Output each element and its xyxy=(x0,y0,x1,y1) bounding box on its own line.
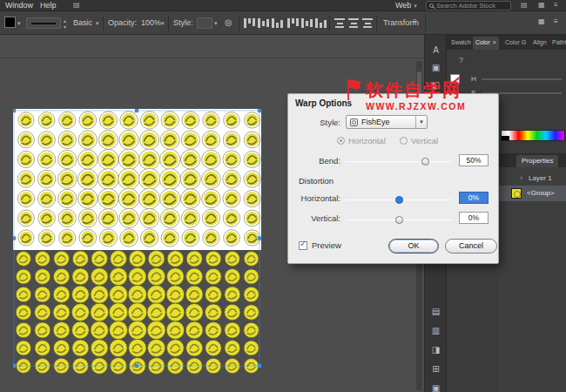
distribute-icon-3[interactable] xyxy=(362,18,373,28)
bend-slider-handle[interactable] xyxy=(421,158,429,166)
vertical-radio-label: Vertical xyxy=(411,136,438,145)
style-caret-icon[interactable]: ▾ xyxy=(214,20,218,27)
warp-options-dialog: Warp Options Style: FishEye ▾ Horizontal… xyxy=(287,93,499,264)
artwork[interactable] xyxy=(13,109,266,377)
properties-tab-row: Properties xyxy=(497,153,566,167)
panel-tab-row: Swatch Color× Color G Align Pathfi xyxy=(447,35,566,50)
chevron-down-icon: ▾ xyxy=(414,3,417,9)
group-name: <Group> xyxy=(527,189,555,197)
distortion-section-label: Distortion xyxy=(299,176,334,186)
layout-icon[interactable]: ▤ xyxy=(521,1,528,9)
ok-button[interactable]: OK xyxy=(388,239,439,253)
hue-slider[interactable] xyxy=(482,78,562,80)
stroke-weight-preview[interactable] xyxy=(26,17,61,29)
stroke-spin-up-icon[interactable]: ▴ xyxy=(64,18,66,24)
horizontal-value-field[interactable]: 0% xyxy=(459,192,489,204)
watermark-flag-icon xyxy=(347,78,362,101)
collapse-panels-icon[interactable]: ≡ xyxy=(554,17,558,25)
stroke-color-swatch[interactable] xyxy=(4,17,16,28)
tab-swatches[interactable]: Swatch xyxy=(448,37,474,50)
divider xyxy=(329,15,330,31)
tab-color[interactable]: Color× xyxy=(473,37,499,50)
horizontal-slider-handle[interactable] xyxy=(395,196,403,204)
asset-export-panel-icon[interactable]: ⊞ xyxy=(425,364,447,374)
swatches-panel-icon[interactable]: ▣ xyxy=(425,63,447,72)
artboards-panel-icon[interactable]: ◨ xyxy=(425,345,447,355)
panels-icon[interactable]: ▦ xyxy=(538,1,545,9)
fisheye-icon xyxy=(350,118,358,126)
tab-properties[interactable]: Properties xyxy=(516,155,558,167)
tab-pathfinder[interactable]: Pathfi xyxy=(549,37,566,50)
group-row-selected[interactable]: <Group> xyxy=(497,186,566,201)
workspace-switcher[interactable]: Web▾ xyxy=(392,0,421,11)
close-tab-icon[interactable]: × xyxy=(493,39,496,45)
select-caret-icon[interactable]: ▾ xyxy=(415,116,427,128)
cancel-button[interactable]: Cancel xyxy=(445,239,497,253)
warp-style-value: FishEye xyxy=(361,118,412,126)
vertical-radio[interactable] xyxy=(400,137,408,145)
align-right-icon[interactable] xyxy=(272,18,283,28)
vertical-slider-handle[interactable] xyxy=(395,216,403,224)
dialog-title: Warp Options xyxy=(295,98,352,108)
divider xyxy=(103,15,104,31)
graphic-style-dropdown[interactable] xyxy=(197,17,212,29)
opacity-label: Opacity: xyxy=(108,18,137,27)
layers-panel-icon[interactable]: ▥ xyxy=(425,326,447,335)
divider xyxy=(376,15,377,31)
options-menu-icon[interactable]: ≡ xyxy=(413,17,417,25)
align-center-icon[interactable] xyxy=(258,18,269,28)
horizontal-distortion-label: Horizontal: xyxy=(288,193,340,203)
canvas-divider xyxy=(0,57,424,58)
control-bar: ▾ ▴ ▾ Basic ▾ Opacity: 100% ▾ Style: ▾ ◎… xyxy=(0,11,566,35)
group-thumbnail xyxy=(511,188,522,199)
character-panel-icon[interactable]: A xyxy=(425,45,447,55)
recolor-artwork-icon[interactable]: ◎ xyxy=(225,17,232,27)
align-left-icon[interactable] xyxy=(244,18,255,28)
tab-color-guide[interactable]: Color G xyxy=(502,37,529,50)
opacity-caret-icon[interactable]: ▾ xyxy=(161,20,165,27)
bend-label: Bend: xyxy=(288,156,340,166)
distribute-icon-2[interactable] xyxy=(348,18,359,28)
horizontal-radio[interactable] xyxy=(337,137,345,145)
horizontal-radio-label: Horizontal xyxy=(348,136,386,145)
app-bar-icon[interactable]: ▤ xyxy=(73,1,80,9)
warp-style-select[interactable]: FishEye ▾ xyxy=(346,115,428,129)
stock-search[interactable] xyxy=(426,1,511,10)
bend-slider-track[interactable] xyxy=(346,161,452,162)
chevron-icon[interactable]: › xyxy=(520,173,522,182)
align-top-icon[interactable] xyxy=(287,18,299,28)
distribute-icon-1[interactable] xyxy=(334,18,345,28)
spectrum-gradient[interactable] xyxy=(509,131,564,140)
libraries-panel-icon[interactable]: ▤ xyxy=(425,307,447,316)
menu-icon[interactable]: ≡ xyxy=(554,1,558,9)
align-middle-icon[interactable] xyxy=(301,18,313,28)
preview-label: Preview xyxy=(312,240,341,250)
brush-caret-icon[interactable]: ▾ xyxy=(96,20,99,27)
layer-row[interactable]: › Layer 1 xyxy=(497,172,566,186)
workspace-panel-icon[interactable]: ▦ xyxy=(538,17,545,25)
bend-value-field[interactable]: 50% xyxy=(459,154,489,166)
color-spectrum-bar[interactable] xyxy=(501,130,565,141)
watermark-url: WWW.RJZXW.COM xyxy=(366,101,466,112)
help-icon[interactable]: ? xyxy=(459,56,463,64)
workspace-label: Web xyxy=(395,1,411,10)
preview-checkbox[interactable]: ✓ xyxy=(299,241,307,250)
stroke-spin-down-icon[interactable]: ▾ xyxy=(64,24,66,30)
opacity-value[interactable]: 100% xyxy=(141,18,161,27)
align-panel-icon[interactable]: ▣ xyxy=(425,383,447,392)
white-black-swatches[interactable] xyxy=(502,131,509,140)
tab-align[interactable]: Align xyxy=(530,37,549,50)
check-icon: ✓ xyxy=(300,239,307,248)
layer-name: Layer 1 xyxy=(529,174,552,182)
brush-definition[interactable]: Basic xyxy=(73,18,92,27)
search-input[interactable] xyxy=(436,2,506,10)
style-label: Style: xyxy=(173,18,193,27)
stroke-caret-icon[interactable]: ▾ xyxy=(17,20,21,27)
menu-window[interactable]: Window xyxy=(5,1,33,10)
vertical-value-field[interactable]: 0% xyxy=(459,212,489,224)
hue-label: H xyxy=(471,75,476,83)
watermark: 软件自学网 WWW.RJZXW.COM xyxy=(347,78,362,105)
menu-help[interactable]: Help xyxy=(40,1,57,10)
divider xyxy=(425,15,426,31)
align-bottom-icon[interactable] xyxy=(315,18,327,28)
